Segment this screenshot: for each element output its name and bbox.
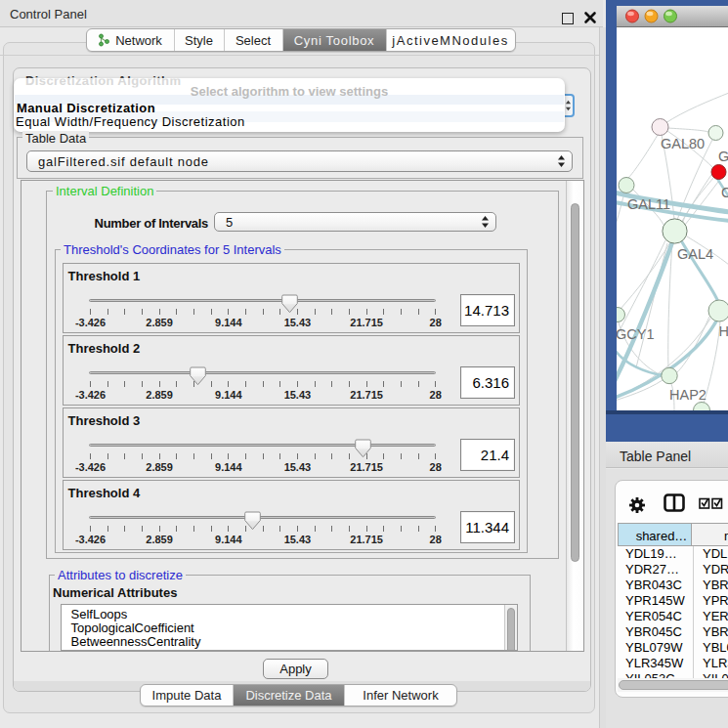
svg-text:HAP2: HAP2 bbox=[669, 387, 707, 403]
svg-text:C: C bbox=[721, 185, 728, 200]
svg-text:H: H bbox=[719, 323, 728, 339]
svg-text:GCY1: GCY1 bbox=[617, 326, 655, 342]
svg-text:GAL11: GAL11 bbox=[627, 196, 670, 212]
svg-text:GA: GA bbox=[718, 149, 728, 164]
svg-text:GAL4: GAL4 bbox=[677, 246, 713, 262]
svg-text:GAL80: GAL80 bbox=[661, 136, 705, 151]
